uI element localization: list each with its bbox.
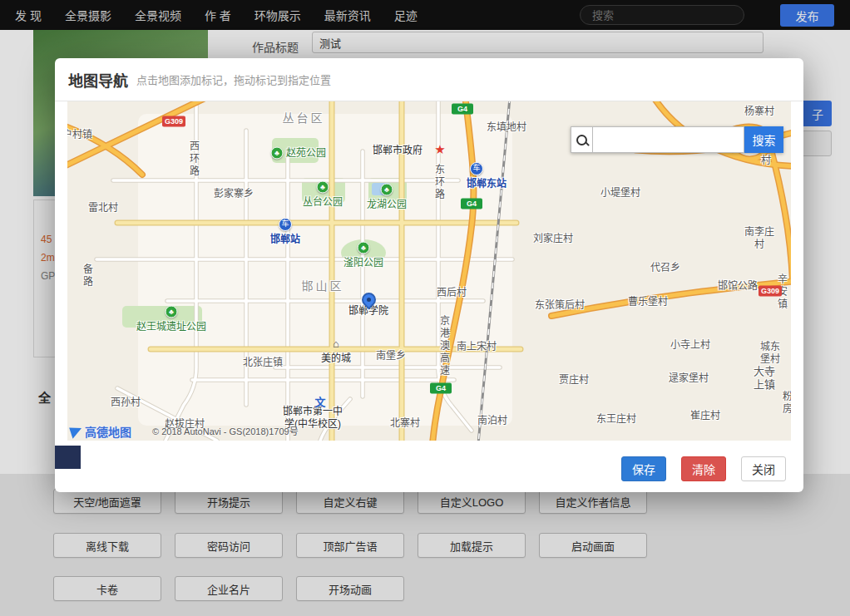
map-label: 逯家堡村 xyxy=(669,372,709,385)
map-label: 东环路 xyxy=(432,165,445,202)
footer-buttons: 保存 清除 关闭 xyxy=(621,456,786,481)
map-label: 南堡乡 xyxy=(376,350,406,362)
map-label: 赵苑公园 xyxy=(286,147,326,160)
map-label: 东王庄村 xyxy=(596,413,636,426)
map-label: 雷北村 xyxy=(88,202,118,214)
map-label: 小寺上村 xyxy=(670,339,710,352)
map-label: 曹乐堡村 xyxy=(628,296,668,308)
map-label: 邯郸市政府 xyxy=(373,145,423,157)
map-label: 刘家庄村 xyxy=(533,233,573,245)
map-label: 城东堡村 xyxy=(760,341,781,366)
map-label: 东张策后村 xyxy=(535,299,585,312)
map-label: 西环路 xyxy=(187,141,200,179)
map-label: 东填地村 xyxy=(487,121,526,134)
map-label: 崔庄村 xyxy=(690,410,720,422)
map-label: 杨寨村 xyxy=(744,106,774,118)
tree-icon: ♣ xyxy=(271,147,284,160)
tree-icon: ♣ xyxy=(317,181,329,194)
road-badge: G4 xyxy=(452,104,473,115)
footer-dark-fragment xyxy=(55,446,81,469)
map-label: 代召乡 xyxy=(650,262,680,274)
amap-logo-text: 高德地图 xyxy=(85,423,131,440)
modal-body: 丛台区邯山区户村镇东填地村杨寨村沙中村小堤堡村彭家寨乡雷北村刘家庄村南李庄村代召… xyxy=(67,101,791,441)
map-label: 邯馆公路 xyxy=(718,280,758,293)
tree-icon: ♣ xyxy=(358,242,370,254)
map-label: 丛台公园 xyxy=(303,196,343,209)
close-button[interactable]: 关闭 xyxy=(741,456,786,481)
map-modal: 地图导航 点击地图添加标记，拖动标记到指定位置 xyxy=(55,58,803,492)
map-label: 户村镇 xyxy=(67,129,92,141)
map-label: 滏阳公园 xyxy=(343,257,383,269)
train-station-icon: 车 xyxy=(470,162,483,175)
government-star-icon: ★ xyxy=(434,142,445,157)
map-label: 大寺上镇 xyxy=(751,365,778,392)
map-label: 粉房 xyxy=(783,391,791,416)
map-label: 邯山区 xyxy=(302,279,344,294)
map-marker-pin[interactable] xyxy=(361,291,376,309)
map-label: 南泊村 xyxy=(477,415,507,427)
map-search-button[interactable]: 搜索 xyxy=(744,126,783,153)
map-label: 邯郸站 xyxy=(270,234,300,246)
modal-title: 地图导航 xyxy=(68,69,128,91)
map-label: 备路 xyxy=(81,264,93,288)
amap-logo-icon xyxy=(69,424,84,439)
modal-footer: 保存 清除 关闭 xyxy=(55,441,803,492)
map-label: 南李庄村 xyxy=(744,226,775,251)
clear-button[interactable]: 清除 xyxy=(681,456,726,481)
search-icon xyxy=(576,135,587,145)
tree-icon: ♣ xyxy=(166,306,178,318)
train-station-icon: 车 xyxy=(279,218,292,231)
school-icon: 文 xyxy=(314,393,325,409)
map-label: 北张庄镇 xyxy=(243,357,283,369)
map-label: 美的城 xyxy=(321,352,351,365)
building-icon: ⌂ xyxy=(333,338,339,350)
modal-subtitle: 点击地图添加标记，拖动标记到指定位置 xyxy=(136,71,331,87)
save-button[interactable]: 保存 xyxy=(621,456,666,481)
map-label: 赵王城遗址公园 xyxy=(136,321,206,333)
road-badge: G309 xyxy=(759,286,782,297)
map-label: 南上宋村 xyxy=(457,341,497,353)
map-search-icon-box[interactable] xyxy=(571,126,592,153)
map-label: 京港澳高速 xyxy=(437,316,450,378)
map-copyright: © 2018 AutoNavi - GS(2018)1709号 xyxy=(152,424,299,437)
road-badge: G4 xyxy=(461,199,482,209)
tree-icon: ♣ xyxy=(381,184,393,196)
road-badge: G4 xyxy=(430,383,452,394)
map-label: 小堤堡村 xyxy=(600,187,640,200)
map-canvas[interactable]: 丛台区邯山区户村镇东填地村杨寨村沙中村小堤堡村彭家寨乡雷北村刘家庄村南李庄村代召… xyxy=(67,101,791,441)
map-search-bar: 搜索 xyxy=(571,126,783,153)
map-label: 西孙村 xyxy=(111,397,141,409)
map-label: 彭家寨乡 xyxy=(214,188,254,200)
amap-logo: 高德地图 xyxy=(71,423,131,440)
modal-header: 地图导航 点击地图添加标记，拖动标记到指定位置 xyxy=(55,58,803,101)
map-label: 北寨村 xyxy=(390,417,420,430)
road-badge: G309 xyxy=(162,116,185,127)
map-label: 西后村 xyxy=(437,287,467,299)
map-label: 贾庄村 xyxy=(559,374,589,387)
map-label: 丛台区 xyxy=(283,111,325,126)
map-label: 邯郸东站 xyxy=(467,178,507,190)
map-label: 龙湖公园 xyxy=(367,199,407,211)
map-search-input[interactable] xyxy=(592,126,744,153)
